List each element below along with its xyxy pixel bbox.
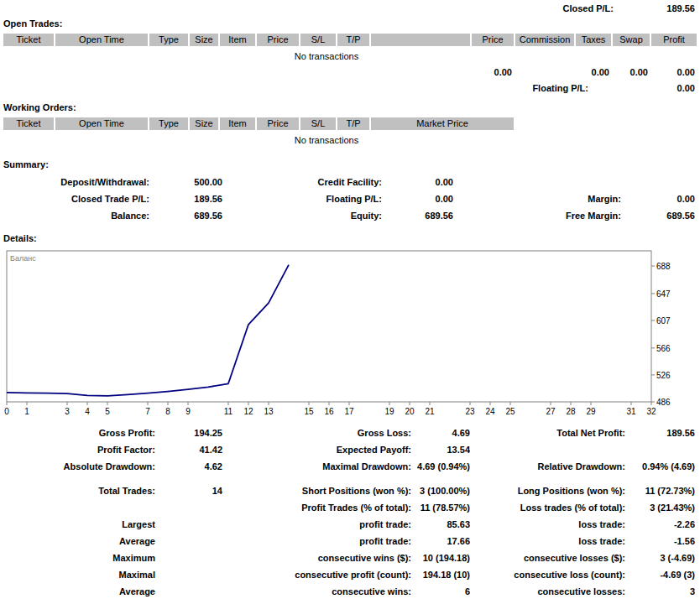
summary-row: Balance: 689.56 Equity: 689.56 Free Marg… [3,207,700,224]
stat-value [155,550,222,566]
col-spacer [371,34,470,46]
stat-value: 6 [411,583,470,599]
chart-plot-border [7,251,651,402]
svg-text:23: 23 [465,407,475,416]
stat-label: Total Net Profit: [470,425,625,441]
stat-value: 194.25 [155,425,222,441]
stat-label: Maximal [3,566,155,583]
closed-pl-row: Closed P/L: 189.56 [0,3,700,14]
chart-legend-balance: Баланс [10,254,36,263]
summary-value: 689.56 [382,207,453,224]
stats-row: Profit Factor: 41.42 Expected Payoff: 13… [3,441,700,458]
details-title: Details: [3,233,700,244]
col-item: Item [220,117,255,130]
stats-row: Average profit trade: 17.66 loss trade: … [3,533,700,550]
summary-value [621,174,695,190]
balance-chart: Баланс 013457891112131516171920212324252… [0,248,700,419]
cell-empty [55,67,148,78]
summary-value: 0.00 [382,190,453,207]
svg-text:566: 566 [656,344,671,353]
stats-row: Maximal consecutive profit (count): 194.… [3,566,700,583]
stat-label: consecutive loss (count): [470,566,625,583]
stat-label: Short Positions (won %): [222,482,411,499]
cell-empty [337,67,369,78]
svg-text:607: 607 [656,316,671,326]
stat-label: Total Trades: [3,482,155,499]
col-tp: T/P [337,34,369,46]
stat-label: Loss trades (% of total): [470,499,625,516]
col-size: Size [190,117,218,130]
stat-value [155,516,222,533]
cell-empty [300,67,336,78]
cell-empty [149,67,188,78]
stat-label: Gross Profit: [3,425,155,441]
stat-label: consecutive losses ($): [470,550,625,566]
svg-text:0: 0 [4,407,9,416]
stat-value [155,533,222,550]
stat-value: -2.26 [625,516,695,533]
stat-value: 17.66 [411,533,470,550]
working-orders-title: Working Orders: [3,102,700,113]
stats-row: Total Trades: 14 Short Positions (won %)… [3,482,700,499]
col-open-time: Open Time [55,34,148,46]
stat-label: profit trade: [222,533,411,550]
stat-value: 3 [625,583,695,599]
open-trades-title: Open Trades: [3,18,700,29]
stats-row: Largest profit trade: 85.63 loss trade: … [3,516,700,533]
working-orders-header: Ticket Open Time Type Size Item Price S/… [3,117,697,130]
col-market-price: Market Price [371,117,514,130]
floating-pl-value: 0.00 [588,83,695,94]
stat-label: Absolute Drawdown: [3,458,155,475]
col-price: Price [257,34,299,46]
stat-label [3,499,155,516]
open-trades-header: Ticket Open Time Type Size Item Price S/… [3,34,697,46]
stats-row: Profit Trades (% of total): 11 (78.57%) … [3,499,700,516]
stat-label: Long Positions (won %): [470,482,625,499]
total-profit: 0.00 [651,67,697,78]
cell-empty [3,67,54,78]
stat-label: consecutive profit (count): [222,566,411,583]
stat-value: -1.56 [625,533,695,550]
stat-value: 11 (72.73%) [625,482,695,499]
cell-empty [371,67,470,78]
svg-text:688: 688 [656,262,671,271]
svg-text:526: 526 [656,371,671,380]
svg-text:8: 8 [165,407,170,416]
stat-value: 194.18 (10) [411,566,470,583]
stat-label: Gross Loss: [222,425,411,441]
stat-value: 189.56 [625,425,695,441]
stat-value: 3 (100.00%) [411,482,470,499]
summary-label: Credit Facility: [222,174,382,190]
stat-value: 3 (-4.69) [625,550,695,566]
balance-chart-svg: Баланс 013457891112131516171920212324252… [0,248,700,418]
stat-label: Average [3,533,155,550]
stat-label: Largest [3,516,155,533]
total-price: 0.00 [472,67,514,78]
col-item: Item [220,34,255,46]
working-orders-empty-message: No transactions [3,135,650,146]
stat-value: -4.69 (3) [625,566,695,583]
summary-row: Closed Trade P/L: 189.56 Floating P/L: 0… [3,190,700,207]
summary-row: Deposit/Withdrawal: 500.00 Credit Facili… [3,174,700,190]
svg-text:21: 21 [425,407,435,416]
chart-y-axis-ticks: 486526566607647688 [651,262,671,407]
col-close-price: Price [472,34,514,46]
svg-text:29: 29 [586,407,596,416]
col-type: Type [149,117,188,130]
summary-label [453,174,621,190]
stat-label: profit trade: [222,516,411,533]
col-ticket: Ticket [3,34,54,46]
svg-text:24: 24 [485,407,495,416]
stat-value [155,499,222,516]
stat-label [470,441,625,458]
summary-label: Closed Trade P/L: [3,190,149,207]
svg-text:3: 3 [65,407,70,416]
col-tp: T/P [337,117,369,130]
closed-pl-value: 189.56 [614,3,695,14]
svg-text:28: 28 [566,407,576,416]
stat-label: Profit Trades (% of total): [222,499,411,516]
stat-value: 4.62 [155,458,222,475]
stat-value: 10 (194.18) [411,550,470,566]
svg-text:9: 9 [185,407,191,416]
stat-label: consecutive wins ($): [222,550,411,566]
